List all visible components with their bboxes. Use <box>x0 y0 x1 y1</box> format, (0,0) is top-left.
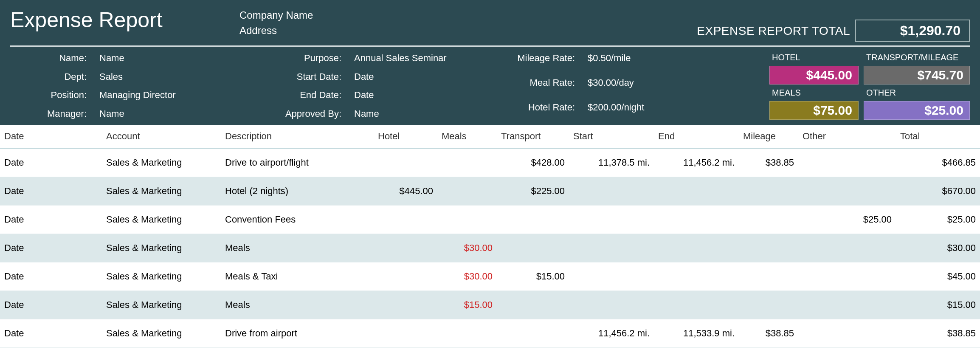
cell-mileage: $38.85 <box>739 319 798 348</box>
cell-date: Date <box>0 319 102 348</box>
cell-account: Sales & Marketing <box>102 206 221 234</box>
th-start: Start <box>569 125 654 148</box>
summary-transport-label: TRANSPORT/MILEAGE <box>864 53 970 62</box>
cell-date: Date <box>0 291 102 319</box>
th-mileage: Mileage <box>739 125 798 148</box>
table-row: DateSales & MarketingDrive to airport/fl… <box>0 148 980 177</box>
meal-rate-label: Meal Rate: <box>477 77 588 95</box>
cell-meals: $30.00 <box>437 262 497 291</box>
cell-mileage <box>739 206 798 234</box>
cell-hotel <box>374 262 437 291</box>
cell-date: Date <box>0 148 102 177</box>
cell-account: Sales & Marketing <box>102 234 221 262</box>
approved-label: Approved By: <box>239 108 354 120</box>
mileage-rate-value: $0.50/mile <box>588 53 707 71</box>
cell-account: Sales & Marketing <box>102 291 221 319</box>
dept-label: Dept: <box>10 71 99 83</box>
cell-start <box>569 234 654 262</box>
hotel-rate-label: Hotel Rate: <box>477 102 588 120</box>
cell-description: Drive from airport <box>221 319 374 348</box>
table-row: DateSales & MarketingMeals$30.00$30.00 <box>0 234 980 262</box>
company-name: Company Name <box>239 8 697 23</box>
cell-end <box>654 291 739 319</box>
cell-mileage <box>739 234 798 262</box>
header-top-row: Expense Report Company Name Address EXPE… <box>10 8 970 47</box>
th-transport: Transport <box>497 125 569 148</box>
expense-table: Date Account Description Hotel Meals Tra… <box>0 125 980 348</box>
cell-meals <box>437 206 497 234</box>
cell-hotel <box>374 148 437 177</box>
cell-start <box>569 206 654 234</box>
cell-transport <box>497 206 569 234</box>
th-description: Description <box>221 125 374 148</box>
grand-total-block: EXPENSE REPORT TOTAL $1,290.70 <box>697 20 970 42</box>
cell-other: $25.00 <box>798 206 896 234</box>
summary-transport-value: $745.70 <box>864 66 970 85</box>
cell-other <box>798 291 896 319</box>
approved-value: Name <box>354 108 477 120</box>
cell-transport <box>497 319 569 348</box>
th-meals: Meals <box>437 125 497 148</box>
startdate-value: Date <box>354 71 477 83</box>
cell-other <box>798 234 896 262</box>
table-header-row: Date Account Description Hotel Meals Tra… <box>0 125 980 148</box>
name-label: Name: <box>10 53 99 65</box>
startdate-label: Start Date: <box>239 71 354 83</box>
cell-hotel <box>374 291 437 319</box>
info-col-rates: Mileage Rate: $0.50/mile Meal Rate: $30.… <box>477 53 707 120</box>
cell-start <box>569 291 654 319</box>
th-account: Account <box>102 125 221 148</box>
cell-total: $30.00 <box>896 234 980 262</box>
position-label: Position: <box>10 90 99 102</box>
table-row: DateSales & MarketingDrive from airport1… <box>0 319 980 348</box>
cell-transport <box>497 291 569 319</box>
cell-total: $45.00 <box>896 262 980 291</box>
cell-end <box>654 206 739 234</box>
manager-value: Name <box>99 108 239 120</box>
th-hotel: Hotel <box>374 125 437 148</box>
hotel-rate-value: $200.00/night <box>588 102 707 120</box>
summary-hotel-label: HOTEL <box>769 53 859 62</box>
cell-end <box>654 234 739 262</box>
table-row: DateSales & MarketingHotel (2 nights)$44… <box>0 177 980 206</box>
cell-date: Date <box>0 206 102 234</box>
info-row: Name: Name Dept: Sales Position: Managin… <box>10 53 970 120</box>
purpose-label: Purpose: <box>239 53 354 65</box>
cell-other <box>798 319 896 348</box>
cell-hotel <box>374 319 437 348</box>
company-address: Address <box>239 23 697 38</box>
cell-description: Convention Fees <box>221 206 374 234</box>
summary-other-label: OTHER <box>864 88 970 98</box>
th-other: Other <box>798 125 896 148</box>
mileage-rate-label: Mileage Rate: <box>477 53 588 71</box>
cell-mileage <box>739 262 798 291</box>
cell-transport: $428.00 <box>497 148 569 177</box>
cell-total: $38.85 <box>896 319 980 348</box>
position-value: Managing Director <box>99 90 239 102</box>
th-end: End <box>654 125 739 148</box>
cell-total: $466.85 <box>896 148 980 177</box>
summary-meals-value: $75.00 <box>769 101 859 120</box>
cell-mileage: $38.85 <box>739 148 798 177</box>
cell-total: $670.00 <box>896 177 980 206</box>
cell-start <box>569 177 654 206</box>
cell-total: $15.00 <box>896 291 980 319</box>
cell-date: Date <box>0 234 102 262</box>
cell-hotel <box>374 234 437 262</box>
cell-other <box>798 262 896 291</box>
cell-meals: $15.00 <box>437 291 497 319</box>
cell-hotel <box>374 206 437 234</box>
cell-end <box>654 177 739 206</box>
table-row: DateSales & MarketingMeals & Taxi$30.00$… <box>0 262 980 291</box>
cell-start: 11,456.2 mi. <box>569 319 654 348</box>
report-header: Expense Report Company Name Address EXPE… <box>0 0 980 125</box>
cell-transport <box>497 234 569 262</box>
cell-hotel: $445.00 <box>374 177 437 206</box>
cell-account: Sales & Marketing <box>102 262 221 291</box>
cell-other <box>798 177 896 206</box>
cell-meals: $30.00 <box>437 234 497 262</box>
meal-rate-value: $30.00/day <box>588 77 707 95</box>
cell-transport: $15.00 <box>497 262 569 291</box>
grand-total-value: $1,290.70 <box>855 20 970 42</box>
cell-transport: $225.00 <box>497 177 569 206</box>
